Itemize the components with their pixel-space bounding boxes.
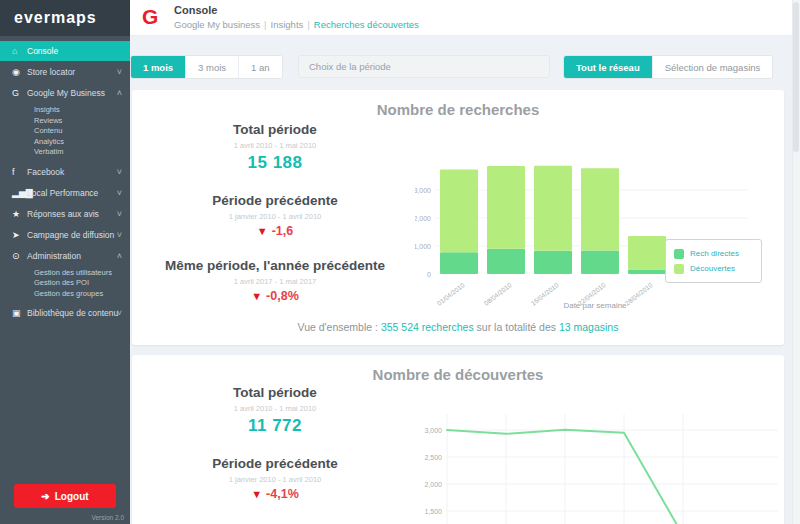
stat-delta: ▼-4,1% [150,487,400,501]
sidebar-subitem-gestion-des-poi[interactable]: Gestion des POI [0,278,130,289]
down-arrow-icon: ▼ [251,488,262,500]
period-button-3-mois[interactable]: 3 mois [185,56,238,78]
breadcrumb-item-insights[interactable]: Insights [271,19,304,30]
chevron-up-icon: ˄ [117,251,122,261]
svg-text:3,000: 3,000 [415,187,431,194]
google-icon: G [12,88,27,98]
sidebar-item-reponses-aux-avis[interactable]: ★Réponses aux avis˅ [0,204,130,224]
sidebar-item-console[interactable]: ⌂Console [0,41,130,61]
chart-bars-icon: ▂▅▇ [12,188,27,198]
sidebar-item-label: Facebook [27,167,64,177]
down-arrow-icon: ▼ [257,225,268,237]
sidebar-item-label: Bibliothèque de contenu [27,308,118,318]
network-button-selection-de-magasins[interactable]: Sélection de magasins [652,56,773,78]
version-text: Version 2.0 [91,514,124,521]
logout-icon: ➔ [41,491,49,502]
sidebar-subitem-insights[interactable]: Insights [0,105,130,116]
sidebar-subitem-reviews[interactable]: Reviews [0,116,130,127]
stat-block-periode-precedente: Période précédente1 janvier 2010 - 1 avr… [150,456,400,501]
svg-text:0: 0 [427,271,431,278]
date-range-input[interactable] [298,55,550,78]
logout-label: Logout [55,491,89,502]
down-arrow-icon: ▼ [251,290,262,302]
stat-block-meme-periode-l-annee-precedente: Même période, l'année précédente1 avril … [150,258,400,303]
scrollbar-thumb[interactable] [793,2,799,152]
sidebar-subitem-gestion-des-utilisateurs[interactable]: Gestion des utilisateurs [0,268,130,279]
stat-delta-value: -1,6 [272,224,294,238]
facebook-icon: f [12,167,27,177]
overview-highlight: 355 524 recherches [381,321,474,333]
svg-text:2,000: 2,000 [415,215,431,222]
chevron-down-icon: ˅ [117,230,122,240]
breadcrumb-item-google-my-business[interactable]: Google My business [174,19,260,30]
legend-label: Rech directes [690,249,739,258]
sidebar-item-label: Google My Business [27,88,105,98]
sidebar-subitem-analytics[interactable]: Analytics [0,137,130,148]
stat-block-total-periode: Total période1 avril 2010 - 1 mai 201011… [150,385,400,436]
sidebar-subitem-verbatim[interactable]: Verbatim [0,147,130,158]
sidebar-item-label: Réponses aux avis [27,209,99,219]
stat-delta-value: -0,8% [266,289,299,303]
sidebar-item-administration[interactable]: ⊙Administration˄ [0,246,130,266]
svg-text:Date par semaine: Date par semaine [563,301,627,310]
chevron-down-icon: ˅ [117,167,122,177]
svg-text:15/04/2010: 15/04/2010 [530,281,560,307]
google-logo-icon: G [142,5,158,29]
stat-delta: ▼-0,8% [150,289,400,303]
period-selector: 1 mois3 mois1 an [130,55,283,79]
sidebar-nav: ⌂Console◉Store locator˅GGoogle My Busine… [0,36,130,323]
logout-button[interactable]: ➔ Logout [14,484,116,508]
svg-text:2,000: 2,000 [424,481,442,488]
svg-text:08/04/2010: 08/04/2010 [483,281,513,307]
sidebar-item-bibliotheque-de-contenu[interactable]: ▣Bibliothèque de contenu˅ [0,303,130,323]
sidebar-item-facebook[interactable]: fFacebook˅ [0,162,130,182]
sidebar-subgroup-google-my-business: InsightsReviewsContenuAnalyticsVerbatim [0,105,130,158]
network-selector: Tout le réseauSélection de magasins [563,55,773,79]
stats-decouvertes: Total période1 avril 2010 - 1 mai 201011… [150,385,400,521]
line-chart-decouvertes: 1,5002,0002,5003,000 [420,398,790,524]
chevron-down-icon: ˅ [117,308,122,318]
stat-dates: 1 avril 2010 - 1 mai 2010 [150,141,400,150]
stat-delta: ▼-1,6 [150,224,400,238]
header: G Console Google My business|Insights|Re… [130,0,800,36]
period-button-1-an[interactable]: 1 an [238,56,282,78]
sidebar-subitem-contenu[interactable]: Contenu [0,126,130,137]
chevron-down-icon: ˅ [117,188,122,198]
stat-heading: Total période [150,122,400,137]
page-title: Console [174,4,217,16]
overview-summary: Vue d'ensemble : 355 524 recherches sur … [132,321,784,333]
sidebar-item-label: Administration [27,251,81,261]
stat-value: 11 772 [150,416,400,436]
sidebar-item-store-locator[interactable]: ◉Store locator˅ [0,62,130,82]
sidebar-item-local-performance[interactable]: ▂▅▇Local Performance˅ [0,183,130,203]
home-icon: ⌂ [12,46,27,56]
evermaps-logo: evermaps [0,0,130,36]
sidebar-item-label: Local Performance [27,188,98,198]
stat-dates: 1 avril 2010 - 1 mai 2010 [150,404,400,413]
svg-text:01/04/2010: 01/04/2010 [436,281,466,307]
breadcrumb: Google My business|Insights|Recherches d… [174,19,419,30]
stat-dates: 1 avril 2017 - 1 mai 2017 [150,277,400,286]
sidebar-item-campagne-de-diffusion[interactable]: ➤Campagne de diffusion˅ [0,225,130,245]
network-button-tout-le-reseau[interactable]: Tout le réseau [564,56,652,78]
scrollbar[interactable] [792,0,800,524]
stat-value: 15 188 [150,153,400,173]
period-button-1-mois[interactable]: 1 mois [131,56,185,78]
stat-block-periode-precedente: Période précédente1 janvier 2010 - 1 avr… [150,193,400,238]
card-title: Nombre de recherches [132,90,784,118]
stat-delta-value: -4,1% [266,487,299,501]
sidebar: evermaps ⌂Console◉Store locator˅GGoogle … [0,0,130,524]
card-title: Nombre de découvertes [132,355,784,383]
sidebar-item-label: Store locator [27,67,75,77]
legend-label: Découvertes [690,264,735,273]
sidebar-item-google-my-business[interactable]: GGoogle My Business˄ [0,83,130,103]
sidebar-subitem-gestion-des-groupes[interactable]: Gestion des groupes [0,289,130,300]
svg-text:2,500: 2,500 [424,454,442,461]
bar-chart-recherches: 01,0002,0003,00001/04/201008/04/201015/0… [415,128,770,318]
sidebar-subgroup-administration: Gestion des utilisateursGestion des POIG… [0,268,130,300]
svg-text:1,500: 1,500 [424,508,442,515]
overview-highlight: 13 magasins [559,321,619,333]
breadcrumb-item-recherches-decouvertes[interactable]: Recherches découvertes [314,19,419,30]
chevron-up-icon: ˄ [117,88,122,98]
overview-text: Vue d'ensemble : [298,321,381,333]
